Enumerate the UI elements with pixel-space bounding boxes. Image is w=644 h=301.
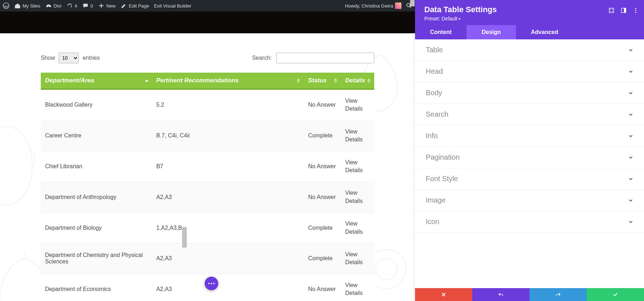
cell-recommendations: A2,A3 bbox=[152, 274, 304, 301]
preset-label: Preset: Default bbox=[424, 16, 458, 21]
cell-department: Department of Chemistry and Physical Sci… bbox=[41, 243, 152, 274]
redo-button[interactable] bbox=[530, 288, 587, 301]
my-sites-label: My Sites bbox=[23, 3, 40, 9]
cell-department: Blackwood Gallery bbox=[41, 89, 152, 120]
accordion-section-image[interactable]: Image bbox=[415, 190, 644, 211]
howdy-label: Howdy, Christina Gwira bbox=[345, 3, 393, 9]
chevron-down-icon bbox=[628, 112, 633, 117]
svg-point-10 bbox=[635, 10, 636, 11]
cell-details[interactable]: View Details bbox=[341, 182, 374, 213]
col-label: Pertinent Recommendations bbox=[156, 77, 239, 84]
divi-link[interactable]: Divi bbox=[45, 3, 62, 9]
cell-details[interactable]: View Details bbox=[341, 274, 374, 301]
svg-point-2 bbox=[407, 4, 410, 7]
updates-link[interactable]: 4 bbox=[67, 3, 77, 9]
new-link[interactable]: New bbox=[98, 3, 116, 9]
undo-button[interactable] bbox=[472, 288, 530, 301]
accordion-label: Head bbox=[426, 67, 443, 76]
chevron-down-icon bbox=[628, 176, 633, 181]
accordion-section-info[interactable]: Info bbox=[415, 125, 644, 147]
expand-icon[interactable] bbox=[608, 7, 615, 14]
edit-page-label: Edit Page bbox=[129, 3, 149, 9]
sort-icon bbox=[145, 79, 148, 82]
accordion-section-search[interactable]: Search bbox=[415, 104, 644, 125]
cell-status: No Answer bbox=[304, 151, 341, 182]
entries-select[interactable]: 10 bbox=[59, 53, 79, 63]
accordion-section-pagination[interactable]: Pagination bbox=[415, 147, 644, 168]
new-label: New bbox=[106, 3, 116, 9]
tab-design[interactable]: Design bbox=[467, 25, 516, 39]
cell-department: Department of Biology bbox=[41, 213, 152, 243]
preset-dropdown[interactable]: Preset: Default ▾ bbox=[424, 16, 635, 21]
cancel-button[interactable] bbox=[415, 288, 472, 301]
entries-label: entries bbox=[83, 55, 100, 61]
comments-link[interactable]: 0 bbox=[82, 3, 93, 9]
accordion-label: Font Style bbox=[426, 175, 458, 183]
chevron-down-icon bbox=[628, 48, 633, 53]
chevron-down-icon bbox=[628, 155, 633, 160]
snap-icon[interactable] bbox=[620, 7, 627, 14]
panel-header: Data Table Settings Preset: Default ▾ bbox=[415, 0, 644, 25]
comment-icon bbox=[82, 3, 89, 9]
edit-page-link[interactable]: Edit Page bbox=[121, 3, 149, 9]
tab-advanced[interactable]: Advanced bbox=[516, 25, 573, 39]
search-label: Search: bbox=[252, 55, 272, 61]
save-button[interactable] bbox=[587, 288, 644, 301]
plus-icon bbox=[98, 3, 104, 9]
cell-details[interactable]: View Details bbox=[341, 243, 374, 274]
module-settings-fab[interactable] bbox=[205, 277, 218, 290]
cell-details[interactable]: View Details bbox=[341, 120, 374, 151]
cell-status: No Answer bbox=[304, 182, 341, 213]
cell-details[interactable]: View Details bbox=[341, 89, 374, 120]
table-row: Department of AnthropologyA2,A3No Answer… bbox=[41, 182, 374, 213]
accordion-section-body[interactable]: Body bbox=[415, 82, 644, 104]
cell-department: Chief Librarian bbox=[41, 151, 152, 182]
accordion-label: Icon bbox=[426, 218, 439, 226]
scrollbar-indicator-top[interactable] bbox=[410, 0, 415, 6]
more-icon[interactable] bbox=[633, 7, 639, 14]
accordion-label: Body bbox=[426, 89, 442, 97]
my-sites-link[interactable]: My Sites bbox=[14, 3, 40, 9]
search-input[interactable] bbox=[276, 53, 374, 63]
accordion-label: Table bbox=[426, 46, 443, 54]
wp-logo-menu[interactable] bbox=[3, 3, 9, 9]
show-label: Show bbox=[41, 55, 55, 61]
accordion-label: Image bbox=[426, 196, 446, 204]
col-header-status[interactable]: Status bbox=[304, 73, 341, 89]
table-row: Department of Biology1,A2,A3,BCompleteVi… bbox=[41, 213, 374, 243]
exit-visual-builder-link[interactable]: Exit Visual Builder bbox=[154, 3, 191, 9]
cell-recommendations: 1,A2,A3,B bbox=[152, 213, 304, 243]
sites-icon bbox=[14, 3, 21, 9]
svg-point-11 bbox=[635, 12, 636, 13]
cell-details[interactable]: View Details bbox=[341, 151, 374, 182]
cell-status: Complete bbox=[304, 213, 341, 243]
cell-details[interactable]: View Details bbox=[341, 213, 374, 243]
entries-length-control: Show 10 entries bbox=[41, 53, 100, 63]
tab-content[interactable]: Content bbox=[415, 25, 467, 39]
accordion-section-table[interactable]: Table bbox=[415, 39, 644, 61]
scrollbar-indicator-side[interactable] bbox=[182, 227, 187, 248]
accordion-section-font-style[interactable]: Font Style bbox=[415, 168, 644, 190]
cell-status: Complete bbox=[304, 243, 341, 274]
accordion-label: Search bbox=[426, 110, 448, 118]
table-row: Career CentreB.7, C4i, C4iiCompleteView … bbox=[41, 120, 374, 151]
chevron-down-icon bbox=[628, 133, 633, 139]
accordion-section-head[interactable]: Head bbox=[415, 61, 644, 82]
accordion-section-icon[interactable]: Icon bbox=[415, 211, 644, 233]
howdy-user[interactable]: Howdy, Christina Gwira bbox=[345, 3, 401, 9]
update-icon bbox=[67, 3, 73, 9]
col-header-department[interactable]: Department/Area bbox=[41, 73, 152, 89]
table-row: Department of Chemistry and Physical Sci… bbox=[41, 243, 374, 274]
panel-title: Data Table Settings bbox=[424, 5, 635, 14]
svg-point-5 bbox=[376, 258, 397, 280]
col-label: Status bbox=[308, 77, 327, 84]
svg-point-9 bbox=[635, 8, 636, 9]
cell-recommendations: A2,A3 bbox=[152, 182, 304, 213]
cell-status: No Answer bbox=[304, 274, 341, 301]
chevron-down-icon bbox=[628, 91, 633, 96]
caret-down-icon: ▾ bbox=[459, 17, 460, 21]
dots-icon bbox=[208, 283, 215, 284]
col-header-recommendations[interactable]: Pertinent Recommendations bbox=[152, 73, 304, 89]
col-header-details[interactable]: Details bbox=[341, 73, 374, 89]
comments-count: 0 bbox=[91, 3, 93, 9]
